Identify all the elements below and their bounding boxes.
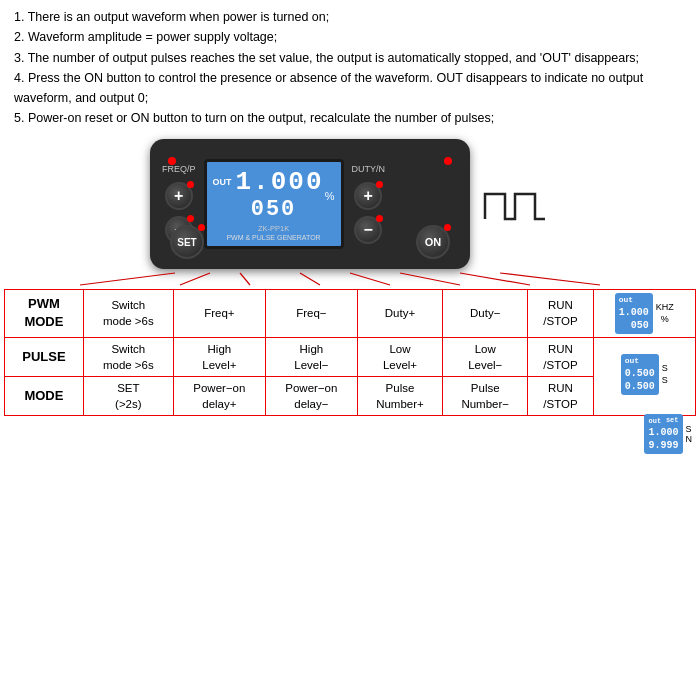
pulse-lcd-out-2: out set — [648, 416, 678, 426]
pulse-lcd-val-1a: 0.500 — [625, 367, 655, 380]
pwm-mini-lcd: out 1.000 050 — [615, 293, 653, 333]
pulse-row-1: PULSE Switchmode >6s HighLevel+ HighLeve… — [5, 337, 696, 376]
pulse-label-cell: PULSE — [5, 337, 84, 376]
set-label: set — [666, 416, 679, 425]
pulse-high-plus-cell: HighLevel+ — [173, 337, 265, 376]
lcd-percent: % — [325, 190, 335, 202]
pulse-poweron-plus-cell: Power−ondelay+ — [173, 376, 265, 415]
pulse-low-plus-cell: LowLevel+ — [357, 337, 442, 376]
pwm-unit-pct: % — [656, 313, 674, 326]
pwm-freq-plus-cell: Freq+ — [173, 290, 265, 337]
pulse-number-plus-cell: PulseNumber+ — [357, 376, 442, 415]
pwm-unit-khz: KHZ — [656, 301, 674, 314]
instruction-3: 3. The number of output pulses reaches t… — [14, 49, 686, 68]
lcd-brand-1: ZK-PP1K — [258, 224, 289, 233]
connector-lines — [0, 271, 700, 287]
pulse-mini-lcd-2: out set 1.000 9.999 — [644, 414, 682, 454]
pwm-lcd-out-indicator: out — [619, 295, 649, 305]
pulse-lcd-row-2: out set 1.000 9.999 S N — [644, 414, 692, 454]
pulse-lcd-val-1b: 0.500 — [625, 380, 655, 393]
on-btn-area: ON — [416, 225, 450, 259]
instructions-panel: 1. There is an output waveform when powe… — [0, 0, 700, 133]
device-section: FREQ/P + − OUT 1.000 050 % ZK-PP1K PWM &… — [0, 133, 700, 271]
pulse-lcd-group: out 0.500 0.500 S S — [598, 354, 691, 394]
pwm-freq-minus-cell: Freq− — [265, 290, 357, 337]
set-btn[interactable]: SET — [170, 225, 204, 259]
pwm-switch-cell: Switchmode >6s — [83, 290, 173, 337]
table-container: PWMMODE Switchmode >6s Freq+ Freq− Duty+… — [0, 287, 700, 456]
pwm-mini-lcd-wrap: out 1.000 050 — [615, 293, 653, 333]
pulse-set-cell: SET(>2s) — [83, 376, 173, 415]
pulse-high-minus-cell: HighLevel− — [265, 337, 357, 376]
svg-line-5 — [400, 273, 460, 285]
svg-line-4 — [350, 273, 390, 285]
svg-line-0 — [80, 273, 175, 285]
connector-area — [0, 271, 700, 287]
pulse-units-2: S N — [686, 424, 693, 444]
pulse-number-minus-cell: PulseNumber− — [443, 376, 528, 415]
duty-label: DUTY/N — [352, 164, 386, 174]
second-pulse-lcd-row: out set 1.000 9.999 S N — [4, 414, 696, 454]
pwm-lcd-duty-val: 050 — [619, 319, 649, 332]
pulse-lcd-cell: out 0.500 0.500 S S — [593, 337, 695, 415]
instruction-2: 2. Waveform amplitude = power supply vol… — [14, 28, 686, 47]
svg-line-3 — [300, 273, 320, 285]
lcd-brand-2: PWM & PULSE GENERATOR — [226, 234, 320, 241]
pulse-lcd-row-1: out 0.500 0.500 S S — [598, 354, 691, 394]
pulse-poweron-minus-cell: Power−ondelay− — [265, 376, 357, 415]
pulse-low-minus-cell: LowLevel− — [443, 337, 528, 376]
pwm-lcd-freq-val: 1.000 — [619, 306, 649, 319]
out-label-2: out — [648, 417, 661, 425]
pulse-lcd-val-2a: 1.000 — [648, 426, 678, 439]
device-body: FREQ/P + − OUT 1.000 050 % ZK-PP1K PWM &… — [150, 139, 470, 269]
pulse-unit-s2: S — [662, 374, 668, 387]
lcd-duty-value: 050 — [251, 197, 297, 222]
pulse-unit-s3: S — [686, 424, 693, 434]
svg-line-2 — [240, 273, 250, 285]
pulse-mode-label-cell: MODE — [5, 376, 84, 415]
pwm-lcd-cell: out 1.000 050 KHZ % — [593, 290, 695, 337]
pwm-row: PWMMODE Switchmode >6s Freq+ Freq− Duty+… — [5, 290, 696, 337]
pulse-unit-n: N — [686, 434, 693, 444]
pulse-mini-lcd-1: out 0.500 0.500 — [621, 354, 659, 394]
svg-line-1 — [180, 273, 210, 285]
pwm-duty-minus-cell: Duty− — [443, 290, 528, 337]
pwm-run-stop-cell: RUN/STOP — [528, 290, 593, 337]
duty-minus-btn[interactable]: − — [354, 216, 382, 244]
duty-plus-btn[interactable]: + — [354, 182, 382, 210]
pwm-mode-cell: PWMMODE — [5, 290, 84, 337]
freq-label: FREQ/P — [162, 164, 196, 174]
svg-line-7 — [500, 273, 600, 285]
set-btn-area: SET — [170, 225, 204, 259]
pulse-switch-cell: Switchmode >6s — [83, 337, 173, 376]
pulse-lcd-val-2b: 9.999 — [648, 439, 678, 452]
waveform-diagram — [480, 179, 550, 229]
mode-table: PWMMODE Switchmode >6s Freq+ Freq− Duty+… — [4, 289, 696, 416]
pulse-units-1: S S — [662, 362, 668, 387]
on-btn[interactable]: ON — [416, 225, 450, 259]
pulse-run-stop-cell-2: RUN/STOP — [528, 376, 593, 415]
instruction-1: 1. There is an output waveform when powe… — [14, 8, 686, 27]
freq-plus-btn[interactable]: + — [165, 182, 193, 210]
pwm-units: KHZ % — [656, 301, 674, 326]
pulse-unit-s1: S — [662, 362, 668, 375]
pulse-run-stop-cell-1: RUN/STOP — [528, 337, 593, 376]
pwm-duty-plus-cell: Duty+ — [357, 290, 442, 337]
duty-btn-group: DUTY/N + − — [352, 164, 386, 244]
lcd-display: OUT 1.000 050 % ZK-PP1K PWM & PULSE GENE… — [204, 159, 344, 249]
instruction-4: 4. Press the ON button to control the pr… — [14, 69, 686, 108]
lcd-freq-value: 1.000 — [236, 167, 324, 197]
pulse-lcd-out-1: out — [625, 356, 655, 366]
pwm-lcd-display: out 1.000 050 KHZ % — [598, 293, 691, 333]
instruction-5: 5. Power-on reset or ON button to turn o… — [14, 109, 686, 128]
pulse-row-2: MODE SET(>2s) Power−ondelay+ Power−ondel… — [5, 376, 696, 415]
lcd-out-label: OUT — [213, 177, 232, 187]
